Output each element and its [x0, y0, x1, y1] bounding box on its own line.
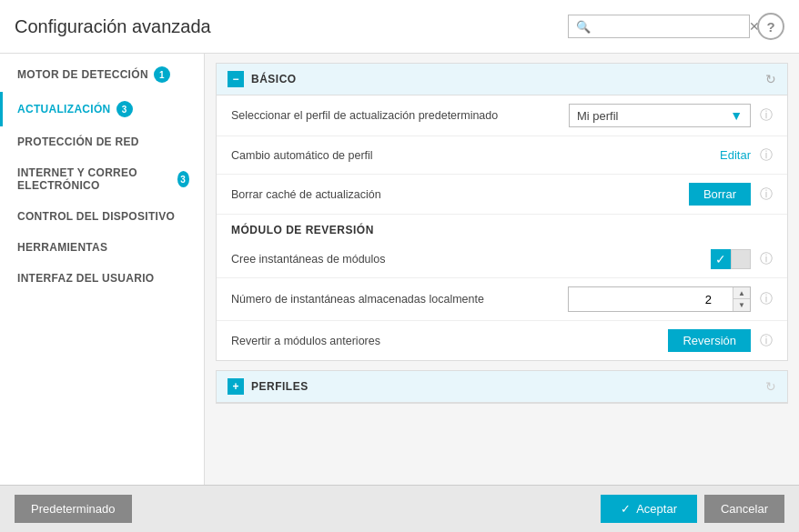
row-revertir-label: Revertir a módulos anteriores	[231, 335, 668, 347]
main-layout: MOTOR DE DETECCIÓN 1 ACTUALIZACIÓN 3 PRO…	[0, 54, 799, 485]
row-instantaneas-label: Cree instantáneas de módulos	[231, 253, 711, 266]
spinners: ▲ ▼	[733, 287, 750, 311]
sidebar-item-label: HERRAMIENTAS	[17, 241, 107, 254]
section-basico-header[interactable]: − BÁSICO ↻	[217, 64, 787, 95]
sidebar-item-interfaz[interactable]: INTERFAZ DEL USUARIO	[0, 263, 204, 294]
sidebar-item-motor[interactable]: MOTOR DE DETECCIÓN 1	[0, 57, 204, 92]
reversion-button[interactable]: Reversión	[668, 329, 751, 352]
num-instantaneas-input-wrapper: ▲ ▼	[568, 286, 751, 312]
checkbox-checked-icon: ✓	[711, 249, 731, 269]
sidebar-item-internet[interactable]: INTERNET Y CORREO ELECTRÓNICO 3	[0, 157, 204, 201]
row-perfil-control: Mi perfil ▼	[569, 104, 751, 127]
row-num-instantaneas: Número de instantáneas almacenadas local…	[217, 278, 787, 321]
sidebar-item-label: ACTUALIZACIÓN	[17, 103, 111, 115]
spinner-up-button[interactable]: ▲	[733, 287, 750, 299]
section-reset-icon[interactable]: ↻	[765, 72, 776, 86]
sidebar-item-control[interactable]: CONTROL DEL DISPOSITIVO	[0, 201, 204, 232]
sidebar-item-herramientas[interactable]: HERRAMIENTAS	[0, 232, 204, 263]
perfil-dropdown-value: Mi perfil	[577, 109, 619, 123]
search-box: 🔍 ✕	[568, 15, 750, 38]
subsection-modulo-title: MÓDULO DE REVERSIÓN	[217, 215, 787, 240]
info-icon-revertir[interactable]: ⓘ	[760, 333, 773, 349]
footer-right: ✓ Aceptar Cancelar	[601, 495, 784, 523]
row-num-instantaneas-label: Número de instantáneas almacenadas local…	[231, 293, 568, 306]
row-perfil-label: Seleccionar el perfil de actualización p…	[231, 109, 569, 122]
info-icon-instantaneas[interactable]: ⓘ	[760, 251, 773, 267]
row-borrar-control: Borrar	[689, 183, 751, 206]
sidebar-badge-motor: 1	[154, 66, 170, 83]
row-borrar-label: Borrar caché de actualización	[231, 188, 689, 201]
content-area: − BÁSICO ↻ Seleccionar el perfil de actu…	[205, 54, 799, 485]
section-basico: − BÁSICO ↻ Seleccionar el perfil de actu…	[216, 63, 788, 361]
sidebar-item-label: CONTROL DEL DISPOSITIVO	[17, 210, 175, 223]
predeterminado-button[interactable]: Predeterminado	[15, 495, 132, 523]
perfil-dropdown[interactable]: Mi perfil ▼	[569, 104, 751, 127]
header-controls: 🔍 ✕ ?	[568, 13, 784, 40]
info-icon-perfil[interactable]: ⓘ	[760, 107, 773, 124]
row-cambio-label: Cambio automático de perfil	[231, 149, 720, 162]
info-icon-cambio[interactable]: ⓘ	[760, 147, 773, 164]
row-instantaneas-control: ✓	[711, 249, 751, 269]
header: Configuración avanzada 🔍 ✕ ?	[0, 0, 799, 54]
accept-button[interactable]: ✓ Aceptar	[601, 495, 697, 523]
chevron-down-icon: ▼	[730, 108, 743, 123]
footer-left: Predeterminado	[15, 495, 132, 523]
search-icon: 🔍	[576, 20, 591, 34]
row-revertir-control: Reversión	[668, 329, 751, 352]
info-icon-borrar[interactable]: ⓘ	[760, 186, 773, 203]
sidebar-item-label: MOTOR DE DETECCIÓN	[17, 68, 148, 81]
sidebar-item-label: PROTECCIÓN DE RED	[17, 136, 139, 148]
cancel-button[interactable]: Cancelar	[704, 495, 784, 523]
section-perfiles: + PERFILES ↻	[216, 370, 788, 404]
row-num-instantaneas-control: ▲ ▼	[568, 286, 751, 312]
section-basico-title: BÁSICO	[251, 73, 758, 85]
instantaneas-checkbox[interactable]: ✓	[711, 249, 751, 269]
num-instantaneas-input[interactable]	[569, 289, 733, 310]
search-input[interactable]	[594, 20, 747, 34]
row-cambio: Cambio automático de perfil Editar ⓘ	[217, 136, 787, 175]
section-perfiles-title: PERFILES	[251, 380, 758, 393]
sidebar-badge-internet: 3	[177, 171, 189, 187]
accept-label: Aceptar	[636, 502, 677, 516]
cambio-edit-link[interactable]: Editar	[720, 148, 751, 162]
info-icon-num-instantaneas[interactable]: ⓘ	[760, 291, 773, 307]
spinner-down-button[interactable]: ▼	[733, 299, 750, 311]
row-revertir: Revertir a módulos anteriores Reversión …	[217, 321, 787, 360]
borrar-button[interactable]: Borrar	[689, 183, 751, 206]
sidebar-item-proteccion[interactable]: PROTECCIÓN DE RED	[0, 126, 204, 157]
sidebar-item-label: INTERNET Y CORREO ELECTRÓNICO	[17, 166, 172, 192]
row-cambio-control: Editar	[720, 148, 751, 162]
sidebar-badge-actualizacion: 3	[116, 101, 133, 117]
section-expand-icon: +	[228, 378, 244, 395]
sidebar: MOTOR DE DETECCIÓN 1 ACTUALIZACIÓN 3 PRO…	[0, 54, 205, 485]
footer: Predeterminado ✓ Aceptar Cancelar	[0, 485, 799, 532]
checkmark-icon: ✓	[621, 502, 631, 516]
section-perfiles-header[interactable]: + PERFILES ↻	[217, 371, 787, 403]
sidebar-item-actualizacion[interactable]: ACTUALIZACIÓN 3	[0, 92, 204, 126]
section-perfiles-reset-icon[interactable]: ↻	[765, 379, 776, 394]
help-button[interactable]: ?	[757, 13, 784, 40]
page-title: Configuración avanzada	[15, 16, 211, 37]
row-borrar: Borrar caché de actualización Borrar ⓘ	[217, 175, 787, 215]
row-instantaneas: Cree instantáneas de módulos ✓ ⓘ	[217, 240, 787, 278]
sidebar-item-label: INTERFAZ DEL USUARIO	[17, 272, 154, 285]
checkbox-off-area	[731, 249, 751, 269]
row-perfil: Seleccionar el perfil de actualización p…	[217, 95, 787, 136]
section-collapse-icon: −	[228, 71, 244, 87]
